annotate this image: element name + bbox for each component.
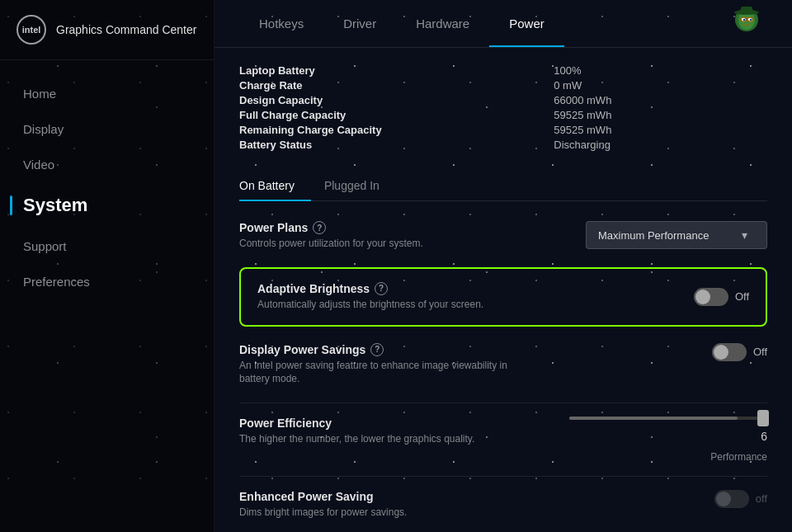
battery-info: Laptop Battery 100% Charge Rate 0 mW Des… xyxy=(239,64,767,151)
display-power-savings-title: Display Power Savings ? xyxy=(239,343,712,356)
adaptive-brightness-toggle-container: Off xyxy=(694,288,749,306)
sidebar-item-home[interactable]: Home xyxy=(0,77,214,111)
tab-hardware[interactable]: Hardware xyxy=(396,0,489,47)
power-efficiency-slider-track[interactable] xyxy=(569,417,767,420)
adaptive-brightness-desc: Automatically adjusts the brightness of … xyxy=(257,298,554,312)
sub-tab-plugged-in[interactable]: Plugged In xyxy=(324,171,396,200)
sub-tab-on-battery[interactable]: On Battery xyxy=(239,171,311,200)
app-title: Graphics Command Center xyxy=(56,23,196,36)
sidebar-item-label: Support xyxy=(23,239,67,253)
battery-value-2: 66000 mWh xyxy=(554,94,767,106)
sidebar-nav: Home Display Video System Support Prefer… xyxy=(0,60,214,315)
sidebar-item-label: Display xyxy=(23,122,64,136)
sidebar-item-system[interactable]: System xyxy=(0,183,214,228)
power-plans-row: Power Plans ? Controls power utilization… xyxy=(239,221,767,251)
sidebar-item-label: Preferences xyxy=(23,275,90,289)
battery-value-3: 59525 mWh xyxy=(554,109,767,121)
battery-label-1: Charge Rate xyxy=(239,79,537,92)
power-efficiency-value: 6 xyxy=(761,430,767,443)
intel-logo-icon: intel xyxy=(16,15,46,45)
power-plans-label-group: Power Plans ? Controls power utilization… xyxy=(239,221,586,251)
enhanced-power-saving-row: Enhanced Power Saving Dims bright images… xyxy=(239,490,767,520)
display-power-savings-label-group: Display Power Savings ? An Intel power s… xyxy=(239,343,712,387)
display-power-savings-state: Off xyxy=(753,346,767,358)
power-plans-dropdown[interactable]: Maximum Performance ▾ xyxy=(586,221,767,249)
main-content: Hotkeys Driver Hardware Power xyxy=(214,0,792,532)
battery-label-0: Laptop Battery xyxy=(239,64,537,77)
display-power-savings-desc: An Intel power saving feature to enhance… xyxy=(239,359,536,387)
battery-label-2: Design Capacity xyxy=(239,94,537,106)
svg-point-7 xyxy=(750,18,752,20)
power-plans-help-icon[interactable]: ? xyxy=(313,221,326,234)
battery-value-4: 59525 mWh xyxy=(554,124,767,136)
divider xyxy=(239,403,767,403)
svg-point-6 xyxy=(743,18,745,20)
performance-label: Performance xyxy=(710,451,767,463)
power-efficiency-title: Power Efficiency xyxy=(239,417,553,430)
adaptive-brightness-toggle[interactable] xyxy=(694,288,728,306)
power-efficiency-slider-fill xyxy=(569,417,738,420)
battery-value-0: 100% xyxy=(554,64,767,77)
power-efficiency-desc: The higher the number, the lower the gra… xyxy=(239,432,536,446)
display-power-savings-toggle[interactable] xyxy=(712,343,747,361)
sub-tabs: On Battery Plugged In xyxy=(239,171,767,201)
display-power-savings-row: Display Power Savings ? An Intel power s… xyxy=(239,343,767,387)
enhanced-power-saving-label-group: Enhanced Power Saving Dims bright images… xyxy=(239,490,714,520)
battery-value-1: 0 mW xyxy=(554,79,767,92)
enhanced-power-saving-toggle-container: off xyxy=(714,490,767,508)
power-plans-desc: Controls power utilization for your syst… xyxy=(239,237,536,251)
enhanced-power-saving-state: off xyxy=(756,492,767,505)
power-efficiency-slider-container: 6 xyxy=(553,417,767,443)
sidebar-item-display[interactable]: Display xyxy=(0,112,214,146)
display-power-savings-help-icon[interactable]: ? xyxy=(370,343,384,356)
sidebar-item-label: System xyxy=(23,195,87,216)
mascot-icon xyxy=(726,3,767,45)
power-plans-selected: Maximum Performance xyxy=(598,229,709,242)
sidebar-item-label: Home xyxy=(23,87,56,101)
power-efficiency-slider-thumb[interactable] xyxy=(757,410,769,426)
display-power-savings-toggle-container: Off xyxy=(712,343,767,361)
battery-value-5: Discharging xyxy=(554,139,767,151)
divider-2 xyxy=(239,476,767,477)
adaptive-brightness-card: Adaptive Brightness ? Automatically adju… xyxy=(239,267,767,327)
adaptive-brightness-label-group: Adaptive Brightness ? Automatically adju… xyxy=(257,282,694,312)
power-efficiency-row: Power Efficiency The higher the number, … xyxy=(239,417,767,446)
enhanced-power-saving-title: Enhanced Power Saving xyxy=(239,490,714,503)
adaptive-brightness-row: Adaptive Brightness ? Automatically adju… xyxy=(257,282,749,312)
tab-power[interactable]: Power xyxy=(489,0,564,47)
sidebar-item-support[interactable]: Support xyxy=(0,229,214,263)
adaptive-brightness-state: Off xyxy=(735,290,749,303)
nav-tabs: Hotkeys Driver Hardware Power xyxy=(239,0,564,47)
sidebar-item-label: Video xyxy=(23,158,54,172)
sidebar-item-video[interactable]: Video xyxy=(0,148,214,181)
chevron-down-icon: ▾ xyxy=(742,228,747,242)
sidebar-header: intel Graphics Command Center xyxy=(0,0,214,60)
svg-rect-3 xyxy=(741,7,752,14)
enhanced-power-saving-toggle[interactable] xyxy=(714,490,749,508)
top-nav: Hotkeys Driver Hardware Power xyxy=(214,0,792,48)
tab-hotkeys[interactable]: Hotkeys xyxy=(239,0,323,47)
enhanced-power-saving-desc: Dims bright images for power savings. xyxy=(239,506,536,520)
battery-label-3: Full Charge Capacity xyxy=(239,109,537,121)
sidebar-item-preferences[interactable]: Preferences xyxy=(0,265,214,299)
battery-label-4: Remaining Charge Capacity xyxy=(239,124,537,136)
adaptive-brightness-title: Adaptive Brightness ? xyxy=(257,282,694,295)
power-efficiency-label-group: Power Efficiency The higher the number, … xyxy=(239,417,553,446)
sidebar: intel Graphics Command Center Home Displ… xyxy=(0,0,214,532)
tab-driver[interactable]: Driver xyxy=(323,0,396,47)
power-plans-title: Power Plans ? xyxy=(239,221,586,234)
battery-label-5: Battery Status xyxy=(239,139,537,151)
adaptive-brightness-help-icon[interactable]: ? xyxy=(375,282,388,295)
content-area: Laptop Battery 100% Charge Rate 0 mW Des… xyxy=(214,48,792,532)
